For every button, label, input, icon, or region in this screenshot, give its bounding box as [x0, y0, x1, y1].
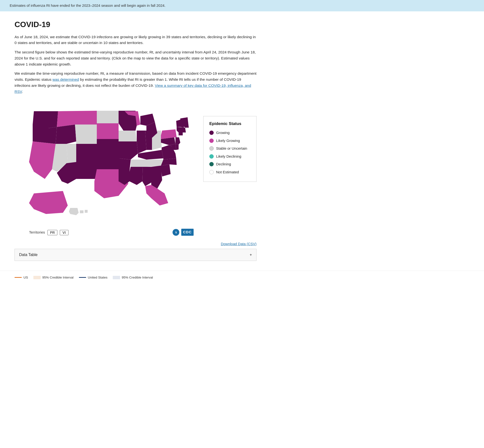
declining-label: Declining — [216, 161, 231, 167]
credible-interval-box-1 — [33, 276, 41, 279]
legend-not-estimated: Not Estimated — [209, 169, 250, 175]
state-co[interactable] — [76, 144, 97, 162]
state-ca[interactable] — [29, 141, 56, 179]
territory-pr-button[interactable]: PR — [48, 230, 57, 235]
state-ga[interactable] — [151, 166, 162, 189]
svg-text:⚕: ⚕ — [175, 231, 177, 234]
description-3: We estimate the time-varying reproductiv… — [15, 71, 256, 95]
declining-dot — [209, 162, 214, 166]
state-ar[interactable] — [119, 158, 131, 172]
likely-growing-dot — [209, 138, 214, 143]
bottom-legend: US 95% Credible Interval United States 9… — [0, 271, 484, 284]
state-ut[interactable] — [66, 144, 76, 164]
territories-label: Territories — [29, 230, 45, 235]
state-mt[interactable] — [57, 111, 97, 127]
us-map[interactable] — [15, 102, 194, 223]
state-sd[interactable] — [97, 123, 119, 139]
state-mo[interactable] — [119, 141, 138, 160]
likely-declining-label: Likely Declining — [216, 154, 241, 159]
credible-label-2: 95% Credible Interval — [122, 275, 153, 280]
state-ak[interactable] — [29, 191, 68, 214]
united-states-label: United States — [88, 275, 107, 280]
data-table-bar[interactable]: Data Table + — [15, 249, 256, 261]
legend-title: Epidemic Status — [209, 121, 250, 127]
legend-box: Epidemic Status Growing Likely Growing S… — [203, 116, 256, 182]
state-hi3[interactable] — [85, 210, 88, 213]
state-ms[interactable] — [130, 167, 143, 185]
not-estimated-label: Not Estimated — [216, 169, 239, 175]
state-ks[interactable] — [97, 149, 120, 160]
description-1: As of June 18, 2024, we estimate that CO… — [15, 34, 256, 46]
state-id[interactable] — [56, 125, 76, 144]
territories-row: Territories PR VI — [29, 230, 68, 235]
likely-declining-dot — [209, 154, 214, 159]
state-ne[interactable] — [97, 139, 120, 149]
us-line — [15, 277, 22, 278]
bottom-legend-united-states: United States — [79, 275, 107, 280]
was-determined-link[interactable]: was determined — [52, 77, 79, 81]
state-ma[interactable] — [177, 127, 186, 133]
cdc-logo: ⚕ CDC — [172, 228, 194, 236]
stable-dot — [209, 146, 214, 151]
likely-growing-label: Likely Growing — [216, 138, 240, 144]
cdc-eagle-icon: ⚕ — [172, 228, 180, 236]
data-table-expand-icon[interactable]: + — [250, 252, 252, 258]
credible-interval-box-2 — [113, 276, 120, 279]
legend-stable: Stable or Uncertain — [209, 146, 250, 151]
state-nj[interactable] — [175, 137, 180, 144]
us-map-container: Territories PR VI ⚕ CDC — [15, 102, 194, 236]
legend-likely-growing: Likely Growing — [209, 138, 250, 144]
legend-likely-declining: Likely Declining — [209, 154, 250, 159]
banner-text: Estimates of influenza Rt have ended for… — [10, 3, 165, 8]
stable-label: Stable or Uncertain — [216, 146, 247, 151]
state-hi2[interactable] — [80, 210, 83, 213]
description-2: The second figure below shows the estima… — [15, 49, 256, 67]
not-estimated-dot — [209, 170, 214, 174]
state-nh[interactable] — [180, 119, 184, 128]
cdc-logo-text: CDC — [181, 229, 194, 236]
state-ia[interactable] — [119, 131, 137, 141]
state-nm[interactable] — [76, 162, 97, 179]
growing-dot — [209, 131, 214, 135]
state-sc[interactable] — [161, 164, 171, 176]
info-banner: Estimates of influenza Rt have ended for… — [0, 0, 484, 11]
state-hi[interactable] — [69, 208, 79, 215]
territories-cdc-row: Territories PR VI ⚕ CDC — [15, 226, 194, 236]
state-ny[interactable] — [161, 129, 177, 139]
us-line-label: US — [24, 275, 28, 280]
growing-label: Growing — [216, 130, 230, 136]
bottom-legend-us: US — [15, 275, 28, 280]
data-table-label: Data Table — [19, 252, 38, 258]
state-vt[interactable] — [176, 120, 180, 127]
download-csv-link[interactable]: Download Data (CSV) — [221, 242, 256, 246]
state-nd[interactable] — [97, 111, 119, 123]
map-section: Territories PR VI ⚕ CDC Epidemic Status — [15, 102, 256, 236]
legend-growing: Growing — [209, 130, 250, 136]
page-title: COVID-19 — [15, 19, 256, 30]
bottom-legend-credible2: 95% Credible Interval — [113, 275, 153, 280]
state-wy[interactable] — [75, 125, 97, 144]
state-il[interactable] — [137, 131, 146, 153]
bottom-legend-credible1: 95% Credible Interval — [33, 275, 74, 280]
state-al[interactable] — [142, 167, 151, 186]
legend-declining: Declining — [209, 161, 250, 167]
credible-label-1: 95% Credible Interval — [42, 275, 74, 280]
state-tn[interactable] — [131, 160, 163, 167]
united-states-line — [79, 277, 86, 278]
territory-vi-button[interactable]: VI — [60, 230, 68, 235]
download-row: Download Data (CSV) — [15, 241, 256, 247]
